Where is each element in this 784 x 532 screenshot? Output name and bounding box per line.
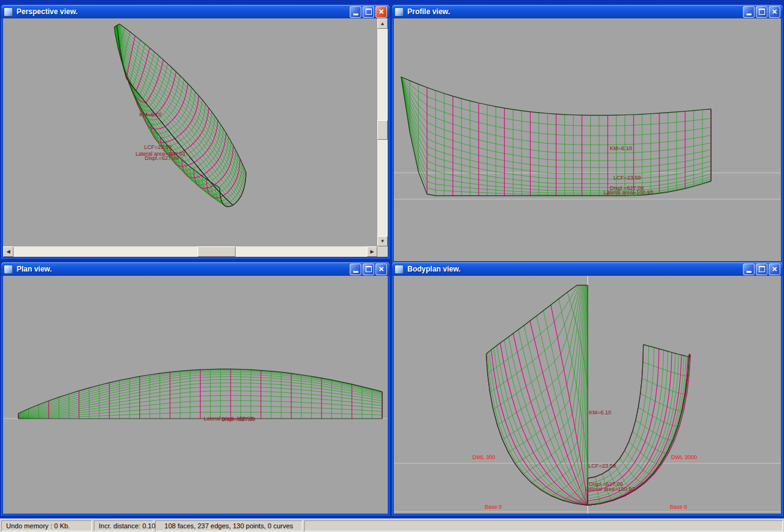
window-perspective: Perspective view. ✕ KM=6.10 LCF=23.59 La… [1,5,390,259]
titlebar-perspective[interactable]: Perspective view. ✕ [1,5,390,18]
status-incr-distance: Incr. distance: 0.10 [94,520,153,531]
annotation-displacement: Displ.=627.09 [221,416,255,422]
annotation-km: KM=6.10 [589,409,611,416]
minimize-button[interactable] [350,6,361,18]
profile-viewport[interactable]: KM=6.10 LCF=23.59 Displ.=627.09 Lateral … [394,18,781,261]
maximize-icon [366,266,372,272]
bodyplan-viewport[interactable]: KM=6.10 LCF=23.59 Displ.=627.09 Lateral … [394,276,781,514]
annotation-km: KM=6.10 [139,112,161,118]
scroll-right-icon: ▶ [370,249,374,254]
maximize-button[interactable] [756,264,767,275]
window-icon [394,7,404,17]
minimize-button[interactable] [743,6,755,18]
status-bar: Undo memory : 0 Kb. Incr. distance: 0.10… [0,519,784,532]
minimize-icon [353,13,358,15]
window-icon [394,265,404,274]
minimize-icon [747,271,751,273]
annotation-lateral-area: Lateral area=100.93 [585,486,635,492]
plan-viewport[interactable]: Lateral area=100.93 Displ.=627.09 [3,276,388,514]
annotation-displacement: Displ.=627.09 [145,155,179,161]
close-button[interactable]: ✕ [769,6,780,18]
scroll-down-icon: ▼ [380,239,385,244]
vertical-scroll-thumb[interactable] [377,120,388,140]
window-icon [4,7,13,17]
annotation-lcf: LCF=23.59 [144,144,172,150]
scroll-up-icon: ▲ [380,21,385,26]
vertical-scrollbar[interactable]: ▲ ▼ [377,18,388,246]
plan-hull-canvas[interactable] [3,276,388,514]
titlebar-profile[interactable]: Profile view. ✕ [392,5,783,18]
annotation-lateral-area: Lateral area=100.93 [604,189,653,196]
close-button[interactable]: ✕ [375,6,387,18]
minimize-icon [353,271,358,273]
maximize-button[interactable] [363,6,374,18]
maximize-icon [759,9,765,15]
bodyplan-hull-canvas[interactable] [394,276,781,514]
perspective-viewport[interactable]: KM=6.10 LCF=23.59 Lateral area=100.93 Di… [3,18,377,246]
window-profile: Profile view. ✕ KM=6.10 LCF=23.59 Displ.… [392,5,783,263]
window-title: Plan view. [15,265,347,273]
vertical-scroll-track[interactable] [377,29,388,236]
scrollbar-corner [377,246,388,257]
horizontal-scrollbar[interactable]: ◀ ▶ [3,246,377,257]
window-title: Profile view. [406,7,740,16]
scroll-left-icon: ◀ [6,249,10,254]
window-icon [4,265,13,274]
label-base-left: Base 0 [485,504,502,510]
perspective-hull-canvas[interactable] [3,18,377,246]
window-title: Bodyplan view. [406,265,740,273]
minimize-button[interactable] [743,264,755,275]
maximize-button[interactable] [363,264,374,275]
window-title: Perspective view. [15,7,347,16]
scroll-left-button[interactable]: ◀ [3,246,13,257]
titlebar-bodyplan[interactable]: Bodyplan view. ✕ [392,262,783,276]
horizontal-scroll-thumb[interactable] [198,246,236,257]
profile-hull-canvas[interactable] [394,18,781,261]
close-button[interactable]: ✕ [769,264,780,275]
status-filler [304,520,783,531]
status-undo-memory: Undo memory : 0 Kb. [1,520,92,531]
maximize-icon [366,9,372,15]
scroll-up-button[interactable]: ▲ [377,18,388,29]
status-model-counts: 108 faces, 237 edges, 130 points, 0 curv… [155,520,302,531]
horizontal-scroll-track[interactable] [13,246,367,257]
scroll-right-button[interactable]: ▶ [367,246,377,257]
annotation-lcf: LCF=23.59 [613,175,641,181]
minimize-button[interactable] [350,264,361,275]
minimize-icon [747,13,751,15]
label-base-right: Base 0 [670,504,687,510]
maximize-button[interactable] [756,6,767,18]
annotation-km: KM=6.10 [610,145,632,151]
titlebar-plan[interactable]: Plan view. ✕ [1,262,390,276]
window-plan: Plan view. ✕ Lateral area=100.93 Displ.=… [1,262,390,515]
label-dwl-left: DWL 300 [472,454,495,460]
close-button[interactable]: ✕ [375,264,387,275]
annotation-lcf: LCF=23.59 [588,463,616,469]
label-dwl-right: DWL 3000 [671,454,697,460]
scroll-down-button[interactable]: ▼ [377,236,388,246]
maximize-icon [759,266,765,272]
window-bodyplan: Bodyplan view. ✕ KM=6.10 LCF=23.59 Displ… [392,262,783,515]
